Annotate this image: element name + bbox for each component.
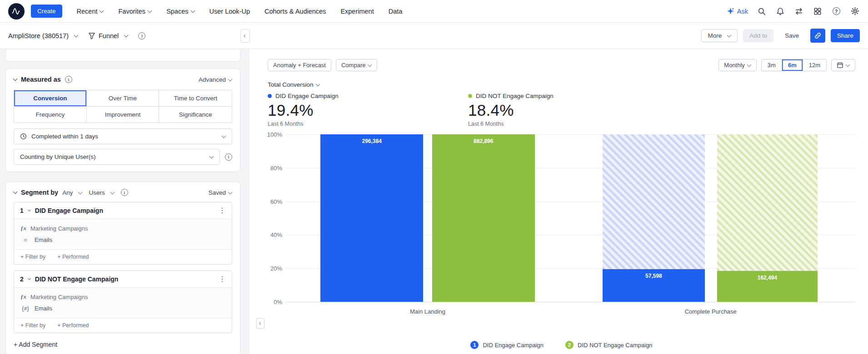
add-performed-button[interactable]: + Performed bbox=[57, 322, 89, 329]
range-3m[interactable]: 3m bbox=[762, 59, 782, 71]
panel-collapse-button[interactable] bbox=[256, 318, 264, 329]
tab-conversion[interactable]: Conversion bbox=[14, 90, 87, 107]
add-to-button[interactable]: Add to bbox=[743, 29, 773, 42]
calendar-dropdown[interactable] bbox=[831, 59, 855, 71]
segment-value-row[interactable]: = Emails bbox=[14, 234, 232, 246]
add-filter-button[interactable]: + Filter by bbox=[20, 322, 45, 329]
chevron-down-icon[interactable] bbox=[28, 277, 31, 280]
add-segment-button[interactable]: + Add Segment bbox=[14, 341, 232, 348]
chart-type-selector[interactable]: Funnel bbox=[88, 32, 128, 39]
amplitude-logo-icon[interactable] bbox=[8, 3, 25, 20]
query-sidebar: Measured as Advanced Conversion Over Tim… bbox=[0, 49, 249, 354]
counting-by-selector[interactable]: Counting by Unique User(s) bbox=[14, 149, 220, 165]
add-filter-button[interactable]: + Filter by bbox=[20, 254, 45, 260]
nav-cohorts-audiences[interactable]: Cohorts & Audiences bbox=[264, 8, 326, 15]
nav-user-lookup[interactable]: User Look-Up bbox=[210, 8, 250, 15]
more-button[interactable]: More bbox=[701, 29, 738, 42]
share-button[interactable]: Share bbox=[831, 29, 860, 42]
y-tick: 40% bbox=[270, 231, 282, 238]
tab-time-to-convert[interactable]: Time to Convert bbox=[159, 90, 232, 107]
segment-name[interactable]: DID NOT Engage Campaign bbox=[35, 275, 214, 283]
legend-did-not-engage[interactable]: 2 DID NOT Engage Campaign bbox=[565, 341, 653, 349]
create-button[interactable]: Create bbox=[31, 5, 62, 18]
funnel-icon bbox=[88, 32, 95, 39]
legend-badge-2: 2 bbox=[565, 341, 574, 349]
range-12m[interactable]: 12m bbox=[803, 59, 826, 71]
add-performed-button[interactable]: + Performed bbox=[57, 254, 89, 260]
total-conversion-dropdown[interactable]: Total Conversion bbox=[268, 81, 320, 88]
bar-remainder bbox=[717, 134, 818, 271]
tab-significance[interactable]: Significance bbox=[159, 107, 232, 123]
segment-1: 1 DID Engage Campaign Marketing Campaign… bbox=[14, 202, 232, 265]
collapse-caret-icon[interactable] bbox=[13, 190, 18, 194]
nav-data[interactable]: Data bbox=[389, 8, 403, 15]
nav-spaces[interactable]: Spaces bbox=[166, 8, 195, 15]
bar-value-label: 162,494 bbox=[758, 271, 777, 281]
bar-remainder bbox=[603, 134, 705, 269]
segment-property-row[interactable]: Marketing Campaigns bbox=[14, 291, 232, 303]
x-tick-main-landing: Main Landing bbox=[410, 308, 445, 315]
metric-did-not-engage: DID NOT Engage Campaign 18.4% Last 6 Mon… bbox=[468, 93, 668, 127]
range-6m[interactable]: 6m bbox=[782, 59, 803, 71]
legend-did-engage[interactable]: 1 DID Engage Campaign bbox=[470, 341, 544, 349]
project-selector[interactable]: AmpliStore (380517) bbox=[8, 32, 78, 39]
counting-by-info-icon[interactable] bbox=[225, 153, 232, 161]
chevron-down-icon[interactable] bbox=[28, 208, 31, 211]
notifications-bell-icon[interactable] bbox=[775, 6, 785, 16]
apps-grid-icon[interactable] bbox=[813, 6, 823, 16]
metric-name: DID Engage Campaign bbox=[275, 93, 339, 99]
tab-over-time[interactable]: Over Time bbox=[87, 90, 160, 107]
main-nav: Recent Favorites Spaces User Look-Up Coh… bbox=[77, 8, 403, 15]
property-fx-icon bbox=[20, 225, 26, 232]
save-button[interactable]: Save bbox=[779, 30, 805, 42]
segment-name[interactable]: DID Engage Campaign bbox=[35, 207, 214, 214]
segment-index: 2 bbox=[20, 275, 24, 283]
segment-users-dropdown[interactable]: Users bbox=[89, 189, 114, 196]
bar-did-engage-step2[interactable]: 57,598 bbox=[603, 134, 705, 302]
measured-as-tabs: Conversion Over Time Time to Convert Fre… bbox=[14, 90, 232, 123]
tab-frequency[interactable]: Frequency bbox=[14, 107, 87, 123]
search-icon[interactable] bbox=[757, 6, 767, 16]
collapse-caret-icon[interactable] bbox=[13, 77, 18, 81]
anomaly-forecast-button[interactable]: Anomaly + Forecast bbox=[268, 59, 331, 71]
metric-summary: DID Engage Campaign 19.4% Last 6 Months … bbox=[268, 93, 855, 127]
bar-fill: 882,896 bbox=[432, 134, 535, 302]
funnel-chart: 100% 80% 60% 40% 20% 0% 296,384 bbox=[268, 134, 855, 302]
x-axis-labels: Main Landing Complete Purchase bbox=[286, 308, 855, 317]
bar-fill: 162,494 bbox=[717, 271, 818, 302]
bar-did-engage-step1[interactable]: 296,384 bbox=[320, 134, 423, 302]
saved-segments-dropdown[interactable]: Saved bbox=[209, 189, 232, 196]
segment-value-row[interactable]: {≠} Emails bbox=[14, 303, 232, 314]
operator[interactable]: {≠} bbox=[20, 305, 30, 312]
interval-dropdown[interactable]: Monthly bbox=[718, 59, 757, 71]
segment-info-icon[interactable] bbox=[121, 189, 128, 196]
help-icon[interactable] bbox=[831, 6, 841, 16]
chart-info-icon[interactable] bbox=[138, 32, 145, 39]
measured-as-info-icon[interactable] bbox=[65, 76, 72, 83]
metric-did-engage: DID Engage Campaign 19.4% Last 6 Months bbox=[268, 93, 468, 127]
bar-did-not-engage-step1[interactable]: 882,896 bbox=[432, 134, 535, 302]
nav-recent[interactable]: Recent bbox=[77, 8, 104, 15]
bar-value-label: 57,598 bbox=[645, 269, 662, 279]
segment-menu-icon[interactable] bbox=[219, 275, 226, 283]
tab-improvement[interactable]: Improvement bbox=[87, 107, 160, 123]
conversion-window-selector[interactable]: Completed within 1 days bbox=[14, 128, 232, 144]
ask-ai-button[interactable]: Ask bbox=[727, 7, 748, 15]
y-tick: 0% bbox=[274, 299, 282, 305]
segment-menu-icon[interactable] bbox=[219, 207, 226, 214]
metric-value: 18.4% bbox=[468, 101, 668, 119]
operator[interactable]: = bbox=[20, 236, 30, 243]
scrolled-card-remnant bbox=[5, 50, 240, 62]
sidebar-collapse-button[interactable] bbox=[240, 29, 250, 43]
advanced-dropdown[interactable]: Advanced bbox=[199, 76, 232, 83]
nav-favorites[interactable]: Favorites bbox=[118, 8, 152, 15]
compare-dropdown[interactable]: Compare bbox=[336, 59, 377, 71]
sync-swap-icon[interactable] bbox=[794, 6, 804, 16]
segment-property-row[interactable]: Marketing Campaigns bbox=[14, 222, 232, 234]
segment-any-dropdown[interactable]: Any bbox=[62, 189, 82, 196]
settings-gear-icon[interactable] bbox=[850, 6, 860, 16]
copy-link-button[interactable] bbox=[810, 29, 825, 43]
link-icon bbox=[814, 32, 821, 39]
nav-experiment[interactable]: Experiment bbox=[340, 8, 374, 15]
bar-did-not-engage-step2[interactable]: 162,494 bbox=[717, 134, 818, 302]
